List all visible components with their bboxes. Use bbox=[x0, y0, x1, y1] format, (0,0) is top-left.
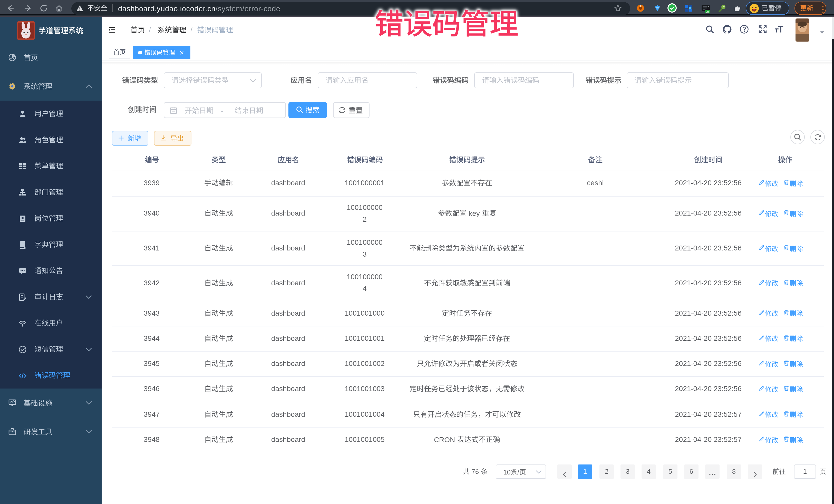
svg-text:on: on bbox=[706, 10, 709, 13]
